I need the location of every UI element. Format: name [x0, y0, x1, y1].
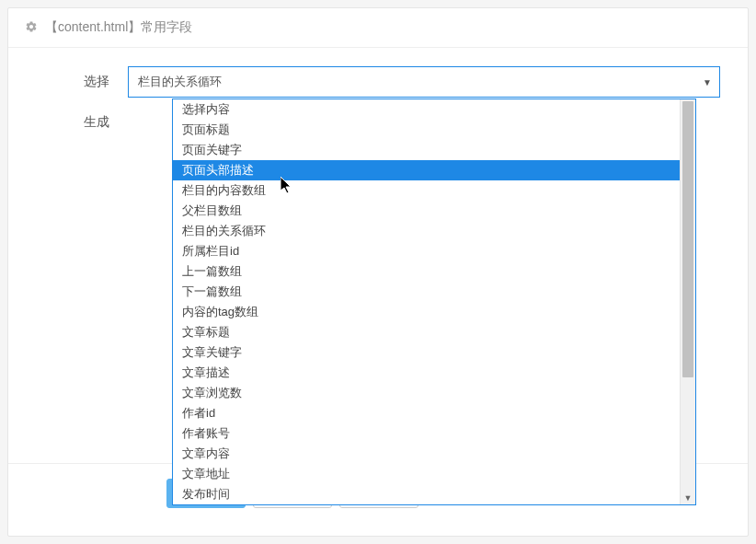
scroll-thumb[interactable] — [682, 101, 693, 377]
dropdown-option[interactable]: 所属栏目id — [173, 241, 680, 261]
generate-label: 生成 — [36, 114, 128, 131]
dropdown-option[interactable]: 栏目的关系循环 — [173, 221, 680, 241]
chevron-down-icon: ▼ — [703, 77, 712, 87]
dropdown-option[interactable]: 栏目的内容数组 — [173, 180, 680, 201]
dropdown-option[interactable]: 上一篇数组 — [173, 261, 680, 282]
panel-header: 【content.html】常用字段 — [8, 8, 748, 48]
dropdown-option[interactable]: 内容的tag数组 — [173, 302, 680, 322]
dropdown-option[interactable]: 文章地址 — [173, 464, 680, 484]
scrollbar[interactable]: ▼ — [680, 99, 695, 504]
gear-icon — [25, 20, 38, 36]
dropdown-option[interactable]: 作者id — [173, 403, 680, 423]
field-panel: 【content.html】常用字段 选择 栏目的关系循环 ▼ 生成 选择内容页… — [7, 7, 749, 537]
chevron-down-icon[interactable]: ▼ — [681, 493, 695, 503]
dropdown-option[interactable]: 文章浏览数 — [173, 383, 680, 403]
dropdown-option[interactable]: 文章描述 — [173, 363, 680, 383]
panel-body: 选择 栏目的关系循环 ▼ 生成 选择内容页面标题页面关键字页面头部描述栏目的内容… — [8, 48, 748, 166]
dropdown-option[interactable]: 作者账号 — [173, 423, 680, 444]
select-row: 选择 栏目的关系循环 ▼ — [36, 66, 720, 98]
dropdown-option[interactable]: 文章内容 — [173, 444, 680, 464]
field-dropdown: 选择内容页面标题页面关键字页面头部描述栏目的内容数组父栏目数组栏目的关系循环所属… — [172, 98, 696, 505]
dropdown-option[interactable]: 文章关键字 — [173, 342, 680, 363]
dropdown-list[interactable]: 选择内容页面标题页面关键字页面头部描述栏目的内容数组父栏目数组栏目的关系循环所属… — [173, 99, 680, 504]
dropdown-option[interactable]: 页面关键字 — [173, 140, 680, 160]
dropdown-option[interactable]: 父栏目数组 — [173, 201, 680, 221]
dropdown-option[interactable]: 页面头部描述 — [173, 160, 680, 180]
dropdown-option[interactable]: 下一篇数组 — [173, 282, 680, 302]
field-select[interactable]: 栏目的关系循环 ▼ — [128, 66, 720, 98]
select-value: 栏目的关系循环 — [138, 74, 222, 90]
dropdown-option[interactable]: 选择内容 — [173, 99, 680, 120]
panel-title: 【content.html】常用字段 — [45, 19, 192, 36]
select-label: 选择 — [36, 74, 128, 90]
dropdown-option[interactable]: 发布时间 — [173, 484, 680, 504]
dropdown-option[interactable]: 文章标题 — [173, 322, 680, 342]
dropdown-option[interactable]: 页面标题 — [173, 120, 680, 140]
